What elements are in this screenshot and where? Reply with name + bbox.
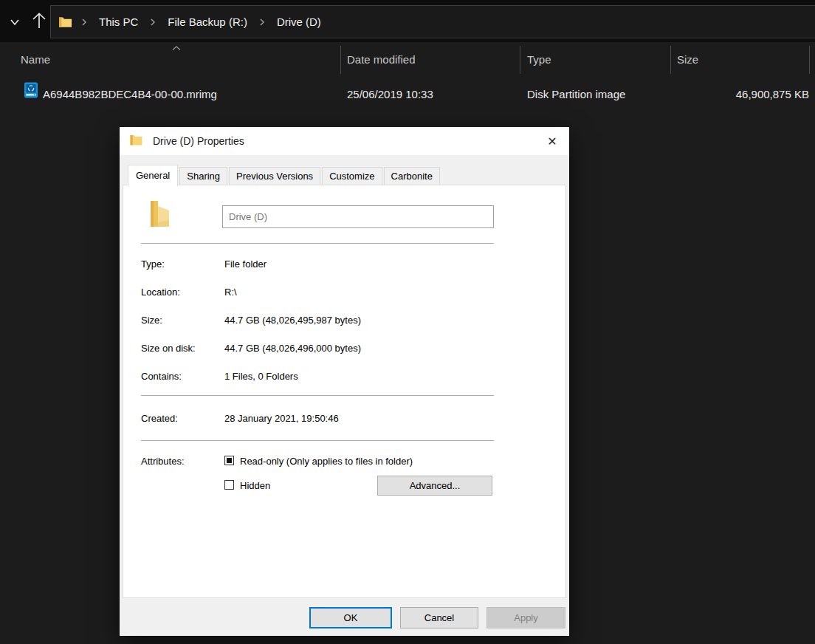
disk-image-file-icon <box>24 82 38 101</box>
cancel-button[interactable]: Cancel <box>400 607 478 628</box>
breadcrumb-item-drive-d[interactable]: Drive (D) <box>269 6 329 38</box>
tab-carbonite[interactable]: Carbonite <box>384 167 440 185</box>
contains-value: 1 Files, 0 Folders <box>224 371 298 382</box>
folder-name-input[interactable] <box>222 205 494 228</box>
up-arrow-icon[interactable] <box>30 10 49 32</box>
ok-button[interactable]: OK <box>309 607 392 628</box>
contains-label: Contains: <box>141 371 182 382</box>
recent-locations-chevron-icon[interactable] <box>6 15 24 30</box>
folder-icon <box>130 134 142 148</box>
hidden-label[interactable]: Hidden <box>240 480 270 491</box>
file-name[interactable]: A6944B982BDEC4B4-00-00.mrimg <box>43 88 217 100</box>
explorer-toolbar: This PC File Backup (R:) Drive (D) <box>0 0 815 42</box>
created-label: Created: <box>141 413 178 424</box>
dialog-titlebar[interactable]: Drive (D) Properties ✕ <box>120 127 569 155</box>
column-resize-handle[interactable] <box>809 46 810 74</box>
column-resize-handle[interactable] <box>520 46 520 74</box>
address-bar[interactable]: This PC File Backup (R:) Drive (D) <box>50 5 815 38</box>
column-header-size[interactable]: Size <box>677 53 698 66</box>
size-value: 44.7 GB (48,026,495,987 bytes) <box>224 315 361 326</box>
separator <box>141 395 494 396</box>
size-label: Size: <box>141 315 162 326</box>
dialog-title: Drive (D) Properties <box>153 135 244 147</box>
tab-general[interactable]: General <box>128 165 178 186</box>
hidden-checkbox[interactable] <box>224 480 234 490</box>
type-value: File folder <box>224 258 266 270</box>
advanced-button[interactable]: Advanced... <box>377 476 492 496</box>
close-icon[interactable]: ✕ <box>543 132 562 150</box>
breadcrumb-chevron-icon[interactable] <box>255 18 269 27</box>
apply-button[interactable]: Apply <box>486 607 565 628</box>
location-label: Location: <box>141 287 180 298</box>
created-value: 28 January 2021, 19:50:46 <box>224 413 339 424</box>
sort-ascending-icon <box>171 41 182 54</box>
tab-customize[interactable]: Customize <box>322 167 382 185</box>
file-type[interactable]: Disk Partition image <box>527 88 625 100</box>
breadcrumb-item-this-pc[interactable]: This PC <box>92 6 145 38</box>
tab-previous-versions[interactable]: Previous Versions <box>229 167 320 185</box>
general-tab-page: Type: File folder Location: R:\ Size: 44… <box>123 185 566 598</box>
location-value: R:\ <box>224 287 237 298</box>
file-size[interactable]: 46,900,875 KB <box>664 88 809 100</box>
column-header-name[interactable]: Name <box>21 53 50 66</box>
explorer-window: { "explorer": { "toolbar": { "breadcrumb… <box>0 0 815 644</box>
attributes-label: Attributes: <box>141 456 185 467</box>
separator <box>141 243 494 244</box>
column-resize-handle[interactable] <box>340 46 341 74</box>
read-only-label[interactable]: Read-only (Only applies to files in fold… <box>240 456 413 467</box>
type-label: Type: <box>141 258 165 270</box>
tab-sharing[interactable]: Sharing <box>179 167 227 185</box>
breadcrumb-chevron-icon[interactable] <box>77 18 92 27</box>
size-on-disk-value: 44.7 GB (48,026,496,000 bytes) <box>224 343 361 354</box>
address-folder-icon <box>58 16 72 28</box>
file-date-modified[interactable]: 25/06/2019 10:33 <box>347 88 433 100</box>
read-only-checkbox[interactable] <box>224 456 234 465</box>
breadcrumb-chevron-icon[interactable] <box>145 18 160 27</box>
size-on-disk-label: Size on disk: <box>141 343 196 354</box>
dialog-tabs: General Sharing Previous Versions Custom… <box>128 165 441 185</box>
separator <box>141 440 494 441</box>
column-header-date-modified[interactable]: Date modified <box>347 53 416 66</box>
breadcrumb-item-file-backup[interactable]: File Backup (R:) <box>160 6 255 38</box>
column-header-type[interactable]: Type <box>527 53 551 66</box>
properties-dialog: Drive (D) Properties ✕ General Sharing P… <box>120 127 569 636</box>
column-resize-handle[interactable] <box>670 46 671 74</box>
large-folder-icon <box>147 200 172 230</box>
